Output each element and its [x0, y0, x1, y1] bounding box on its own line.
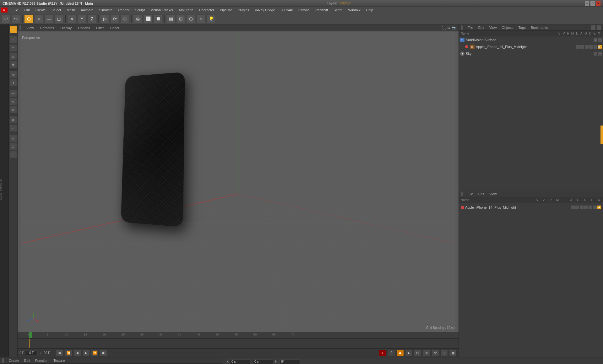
goto-end-button[interactable]: ⏭	[100, 350, 107, 356]
left-tool-5[interactable]: ⊕	[9, 61, 17, 68]
coord-x-size[interactable]	[253, 359, 273, 364]
step-forward-button[interactable]: ⏩	[91, 350, 99, 356]
polygon-mode-button[interactable]: ◻	[54, 14, 64, 23]
left-tool-14[interactable]: ⬡	[9, 143, 17, 150]
key-btn[interactable]: ◆	[396, 350, 404, 356]
scale-tool-button[interactable]: Y	[77, 14, 87, 23]
om-tag-iphone[interactable]	[589, 45, 593, 49]
menu-help[interactable]: Help	[364, 8, 376, 13]
record-button[interactable]: ▷	[100, 14, 110, 23]
menu-render[interactable]: Render	[116, 8, 132, 13]
om-btn-tags[interactable]: Tags	[519, 26, 526, 29]
menu-edit[interactable]: Edit	[21, 8, 32, 13]
menu-file[interactable]: File	[10, 8, 21, 13]
coord-x-pos[interactable]	[230, 359, 250, 364]
render-button[interactable]: ⬜	[143, 14, 153, 23]
am-key-icon[interactable]: ◆	[597, 206, 601, 209]
left-tool-12[interactable]: ▱	[9, 124, 17, 132]
left-tool-13[interactable]: ◎	[9, 135, 17, 142]
menu-script[interactable]: Script	[331, 8, 345, 13]
am-drag-handle[interactable]	[461, 192, 463, 196]
obj-tool-4[interactable]: ○	[196, 14, 206, 23]
pow-btn[interactable]: ⏻	[414, 350, 421, 356]
om-search-icon[interactable]	[591, 25, 595, 30]
edge-mode-button[interactable]: —	[44, 14, 54, 23]
viewport-3d[interactable]: Perspective Grid Spacing : 10 cm X Y Z	[18, 31, 459, 332]
obj-tool-1[interactable]: ▦	[166, 14, 176, 23]
redo-button[interactable]: ↪	[11, 14, 21, 23]
menu-select[interactable]: Select	[49, 8, 64, 13]
mat-drag-handle[interactable]	[2, 358, 4, 363]
close-button[interactable]: ✕	[596, 1, 600, 6]
menu-pipeline[interactable]: Pipeline	[217, 8, 235, 13]
left-tool-3[interactable]: □	[9, 44, 17, 52]
left-tool-move[interactable]: ↖	[9, 26, 17, 33]
om-check-subdivision[interactable]: ✓	[594, 38, 597, 42]
viewport-expand-icon[interactable]: ⛶	[442, 26, 446, 30]
viewport-tab-filter[interactable]: Filter	[95, 25, 105, 30]
left-tool-2[interactable]: ⬡	[9, 36, 17, 44]
am-btn-view[interactable]: View	[489, 192, 497, 196]
am-btn-edit[interactable]: Edit	[478, 192, 484, 196]
viewport-camera-icon[interactable]: 📷	[452, 26, 457, 30]
left-tool-15[interactable]: ⬡	[9, 151, 17, 158]
am-icon-2[interactable]	[575, 206, 579, 209]
menu-create[interactable]: Create	[33, 8, 48, 13]
menu-mograph[interactable]: MoGraph	[177, 8, 196, 13]
menu-redshift[interactable]: Redshift	[313, 8, 330, 13]
om-check-sky[interactable]	[594, 52, 597, 56]
menu-motion-tracker[interactable]: Motion Tracker	[148, 8, 176, 13]
am-btn-file[interactable]: File	[468, 192, 473, 196]
viewport-tab-view[interactable]: View	[25, 25, 35, 30]
menu-simulate[interactable]: Simulate	[97, 8, 115, 13]
left-tool-8[interactable]: —	[9, 89, 17, 97]
viewport-drag-handle[interactable]	[19, 25, 21, 30]
loop-btn[interactable]: ↻	[423, 350, 430, 356]
viewport-tab-display[interactable]: Display	[59, 25, 73, 30]
render-view-button[interactable]: ◎	[133, 14, 143, 23]
goto-start-button[interactable]: ⏮	[56, 350, 63, 356]
obj-tool-2[interactable]: ⊞	[176, 14, 186, 23]
am-icon-4[interactable]	[584, 206, 588, 209]
om-btn-view[interactable]: View	[489, 26, 497, 29]
coord-h-val[interactable]	[280, 359, 300, 364]
undo-button[interactable]: ↩	[1, 14, 11, 23]
om-btn-file[interactable]: File	[468, 26, 473, 29]
left-tool-10[interactable]: ⊙	[9, 106, 17, 113]
move-tool-button[interactable]: ✕	[67, 14, 77, 23]
render-settings-button[interactable]: 🔲	[153, 14, 163, 23]
play-btn-2[interactable]: ▶	[405, 350, 413, 356]
mat-btn-texture[interactable]: Texture	[53, 359, 65, 362]
left-tool-6[interactable]: ⟲	[9, 71, 17, 78]
viewport-tab-cameras[interactable]: Cameras	[39, 25, 56, 30]
viewport-settings-icon[interactable]: ⚙	[447, 26, 451, 30]
om-extra-iphone[interactable]	[594, 45, 597, 49]
om-lock-iphone[interactable]	[585, 45, 589, 49]
om-btn-edit[interactable]: Edit	[478, 26, 484, 29]
am-icon-6[interactable]	[593, 206, 597, 209]
om-vis-sky[interactable]	[598, 52, 602, 56]
am-object-row[interactable]: Apple_iPhone_14_Plus_Midnight ◆	[460, 204, 602, 211]
rotate-tool-button[interactable]: Z	[87, 14, 97, 23]
left-tool-7[interactable]: ✦	[9, 79, 17, 87]
right-scroll-tab[interactable]	[600, 126, 603, 144]
om-key-iphone[interactable]: ◆	[598, 45, 602, 49]
menu-vray[interactable]: V-Ray Bridge	[252, 8, 278, 13]
om-item-sky[interactable]: ☀ Sky	[459, 50, 603, 57]
keyframe-button[interactable]: ⟳	[110, 14, 120, 23]
om-item-iphone[interactable]: ▤ Apple_iPhone_14_Plus_Midnight ◆	[459, 43, 603, 50]
maximize-button[interactable]: □	[590, 1, 595, 6]
viewport-tab-panel[interactable]: Panel	[109, 25, 120, 30]
am-icon-3[interactable]	[580, 206, 584, 209]
auto-key-btn[interactable]: ?	[388, 350, 395, 356]
am-icon-5[interactable]	[589, 206, 592, 209]
menu-corona[interactable]: Corona	[296, 8, 312, 13]
menu-3dtoall[interactable]: 3DToAll	[278, 8, 295, 13]
auto-key-button[interactable]: ⊕	[120, 14, 130, 23]
menu-window[interactable]: Window	[345, 8, 363, 13]
om-vis-iphone[interactable]	[580, 45, 584, 49]
om-filter-icon[interactable]	[597, 25, 601, 30]
viewport-tab-options[interactable]: Options	[77, 25, 91, 30]
om-drag-handle[interactable]	[461, 25, 463, 30]
point-mode-button[interactable]: ▪	[34, 14, 44, 23]
